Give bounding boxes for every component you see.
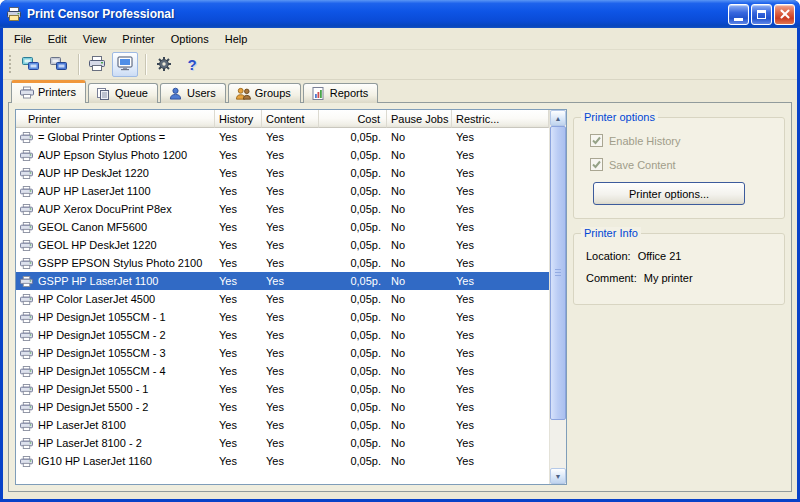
printer-row[interactable]: IG10 HP LaserJet 1160YesYes0,05p.NoYes: [16, 452, 549, 470]
maximize-button[interactable]: [751, 4, 772, 25]
toolbar-button-monitor[interactable]: [112, 52, 138, 77]
printer-row[interactable]: HP DesignJet 1055CM - 2YesYes0,05p.NoYes: [16, 326, 549, 344]
printer-name: HP DesignJet 1055CM - 3: [38, 347, 166, 359]
minimize-button[interactable]: [728, 4, 749, 25]
cost-cell: 0,05p.: [319, 293, 387, 305]
printer-row[interactable]: GSPP HP LaserJet 1100YesYes0,05p.NoYes: [16, 272, 549, 290]
menu-edit[interactable]: Edit: [40, 30, 75, 48]
content-cell: Yes: [262, 311, 319, 323]
menu-view[interactable]: View: [75, 30, 115, 48]
toolbar-button-network-printers[interactable]: [17, 52, 43, 77]
printer-icon: [20, 204, 33, 215]
printer-row[interactable]: GEOL Canon MF5600YesYes0,05p.NoYes: [16, 218, 549, 236]
tab-label: Queue: [115, 87, 148, 99]
titlebar[interactable]: Print Censor Professional: [0, 0, 800, 28]
content-cell: Yes: [262, 455, 319, 467]
toolbar-button-printer-pair[interactable]: [45, 52, 71, 77]
help-icon: ?: [187, 56, 196, 73]
printer-row[interactable]: HP DesignJet 5500 - 1YesYes0,05p.NoYes: [16, 380, 549, 398]
printer-icon: [20, 348, 33, 359]
content-cell: Yes: [262, 167, 319, 179]
cost-cell: 0,05p.: [319, 131, 387, 143]
column-header-history[interactable]: History: [215, 110, 262, 128]
menu-options[interactable]: Options: [163, 30, 217, 48]
printer-icon: [20, 312, 33, 323]
content-cell: Yes: [262, 221, 319, 233]
printer-row[interactable]: HP DesignJet 5500 - 2YesYes0,05p.NoYes: [16, 398, 549, 416]
tab-printers[interactable]: Printers: [11, 80, 86, 103]
printer-row[interactable]: HP DesignJet 1055CM - 4YesYes0,05p.NoYes: [16, 362, 549, 380]
menu-help[interactable]: Help: [217, 30, 256, 48]
printer-row[interactable]: HP LaserJet 8100 - 2YesYes0,05p.NoYes: [16, 434, 549, 452]
tab-reports[interactable]: Reports: [303, 83, 379, 103]
printer-name: HP DesignJet 1055CM - 2: [38, 329, 166, 341]
printer-row[interactable]: AUP Xerox DocuPrint P8exYesYes0,05p.NoYe…: [16, 200, 549, 218]
printer-row[interactable]: AUP HP DeskJet 1220YesYes0,05p.NoYes: [16, 164, 549, 182]
column-header-restrictions[interactable]: Restric...: [452, 110, 549, 128]
location-value: Office 21: [638, 250, 682, 262]
printer-row[interactable]: HP DesignJet 1055CM - 1YesYes0,05p.NoYes: [16, 308, 549, 326]
printer-name: AUP Xerox DocuPrint P8ex: [38, 203, 172, 215]
tab-strip: Printers Queue Users Groups: [3, 80, 797, 103]
cost-cell: 0,05p.: [319, 185, 387, 197]
pause-jobs-cell: No: [387, 167, 452, 179]
printer-icon: [20, 276, 33, 287]
scroll-up-button[interactable]: ▲: [550, 110, 566, 126]
pause-jobs-cell: No: [387, 347, 452, 359]
enable-history-checkbox: Enable History: [590, 134, 774, 147]
printer-row[interactable]: AUP Epson Stylus Photo 1200YesYes0,05p.N…: [16, 146, 549, 164]
pause-jobs-cell: No: [387, 131, 452, 143]
comment-label: Comment:: [586, 272, 637, 284]
content-cell: Yes: [262, 275, 319, 287]
checkbox-label: Save Content: [609, 159, 676, 171]
toolbar-button-settings[interactable]: [151, 52, 177, 77]
printer-row[interactable]: GSPP EPSON Stylus Photo 2100YesYes0,05p.…: [16, 254, 549, 272]
printer-row[interactable]: = Global Printer Options =YesYes0,05p.No…: [16, 128, 549, 146]
tab-label: Printers: [38, 86, 76, 98]
cost-cell: 0,05p.: [319, 149, 387, 161]
toolbar-button-help[interactable]: ?: [179, 52, 205, 77]
tab-page-printers: Printer History Content Cost Pause Jobs …: [8, 102, 792, 492]
column-header-cost[interactable]: Cost: [319, 110, 387, 128]
restrictions-cell: Yes: [452, 167, 549, 179]
printer-row[interactable]: AUP HP LaserJet 1100YesYes0,05p.NoYes: [16, 182, 549, 200]
tab-queue[interactable]: Queue: [88, 83, 158, 103]
content-cell: Yes: [262, 347, 319, 359]
content-cell: Yes: [262, 149, 319, 161]
menu-file[interactable]: File: [6, 30, 40, 48]
printer-row[interactable]: HP Color LaserJet 4500YesYes0,05p.NoYes: [16, 290, 549, 308]
printer-comment-row: Comment:My printer: [586, 272, 774, 284]
history-cell: Yes: [215, 239, 262, 251]
vertical-scrollbar[interactable]: ▲ ▼: [549, 110, 566, 484]
column-header-printer[interactable]: Printer: [16, 110, 215, 128]
printer-list-main: Printer History Content Cost Pause Jobs …: [16, 110, 549, 484]
printer-icon: [20, 150, 33, 161]
printer-list: Printer History Content Cost Pause Jobs …: [15, 109, 567, 485]
printer-row[interactable]: HP LaserJet 8100YesYes0,05p.NoYes: [16, 416, 549, 434]
printer-name: HP DesignJet 1055CM - 4: [38, 365, 166, 377]
app-window: Print Censor Professional File Edit View…: [0, 0, 800, 502]
printer-options-button[interactable]: Printer options...: [593, 182, 745, 205]
printer-row[interactable]: HP DesignJet 1055CM - 3YesYes0,05p.NoYes: [16, 344, 549, 362]
scroll-down-button[interactable]: ▼: [550, 468, 566, 484]
window-title: Print Censor Professional: [27, 7, 728, 21]
menubar: File Edit View Printer Options Help: [3, 28, 797, 50]
tab-users[interactable]: Users: [160, 83, 226, 103]
printer-icon: [20, 240, 33, 251]
tab-groups[interactable]: Groups: [228, 83, 301, 103]
close-button[interactable]: [774, 4, 795, 25]
printer-row[interactable]: GEOL HP DeskJet 1220YesYes0,05p.NoYes: [16, 236, 549, 254]
cost-cell: 0,05p.: [319, 401, 387, 413]
menu-printer[interactable]: Printer: [114, 30, 162, 48]
column-header-content[interactable]: Content: [262, 110, 319, 128]
scrollbar-track[interactable]: [550, 126, 566, 468]
checkbox-checked-icon: [590, 134, 603, 147]
pause-jobs-cell: No: [387, 437, 452, 449]
printer-icon: [20, 366, 33, 377]
cost-cell: 0,05p.: [319, 347, 387, 359]
history-cell: Yes: [215, 221, 262, 233]
column-header-pause-jobs[interactable]: Pause Jobs: [387, 110, 452, 128]
gear-icon: [156, 56, 172, 74]
toolbar-button-print[interactable]: [84, 52, 110, 77]
scrollbar-thumb[interactable]: [550, 126, 566, 420]
